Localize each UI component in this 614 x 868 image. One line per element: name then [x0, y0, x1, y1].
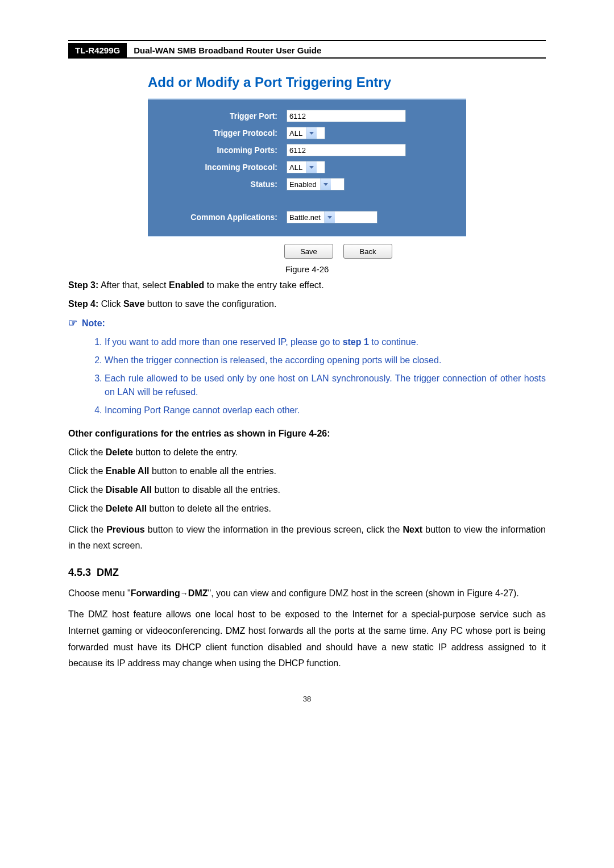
arrow-icon: → [180, 589, 188, 598]
trigger-protocol-select[interactable]: ALL [287, 127, 325, 139]
steps-block: Step 3: After that, select Enabled to ma… [68, 279, 546, 310]
step3-text-a: After that, select [98, 280, 169, 290]
incoming-protocol-select[interactable]: ALL [287, 161, 325, 173]
step3-text-b: to make the entry take effect. [204, 280, 323, 290]
incoming-ports-input[interactable] [287, 144, 406, 156]
incoming-protocol-label: Incoming Protocol: [158, 163, 287, 172]
figure-caption: Figure 4-26 [68, 264, 546, 274]
header-bar: TL-R4299G Dual-WAN SMB Broadband Router … [68, 43, 546, 59]
save-button[interactable]: Save [284, 244, 333, 259]
header-model: TL-R4299G [68, 43, 127, 57]
common-apps-select[interactable]: Battle.net [287, 211, 377, 223]
other-config-heading: Other configurations for the entries as … [68, 429, 546, 439]
screenshot-form: Trigger Port: Trigger Protocol: ALL Inco… [148, 98, 466, 237]
chevron-down-icon [306, 127, 317, 139]
screenshot-title: Add or Modify a Port Triggering Entry [148, 70, 466, 98]
step4-bold: Save [123, 299, 144, 309]
header-top-rule [68, 40, 546, 41]
back-button[interactable]: Back [343, 244, 392, 259]
trigger-protocol-label: Trigger Protocol: [158, 128, 287, 138]
step4-text-b: button to save the configuration. [144, 299, 276, 309]
screenshot-panel: Add or Modify a Port Triggering Entry Tr… [148, 70, 466, 259]
section-para-1: Choose menu "Forwarding→DMZ", you can vi… [68, 585, 546, 602]
other-config-lines: Click the Delete button to delete the en… [68, 445, 546, 554]
note-label: Note: [82, 318, 105, 329]
step3-bold: Enabled [169, 280, 204, 290]
chevron-down-icon [306, 161, 317, 173]
header-title: Dual-WAN SMB Broadband Router User Guide [127, 43, 328, 57]
status-value: Enabled [289, 180, 317, 189]
section-title: DMZ [97, 567, 119, 578]
status-label: Status: [158, 180, 287, 189]
step4-text-a: Click [98, 299, 123, 309]
section-heading: 4.5.3 DMZ [68, 567, 546, 579]
step3-label: Step 3: [68, 280, 98, 290]
pointing-hand-icon: ☞ [68, 317, 77, 329]
trigger-protocol-value: ALL [289, 129, 302, 138]
note-item-2: When the trigger connection is released,… [105, 354, 546, 367]
trigger-port-label: Trigger Port: [158, 111, 287, 121]
note-item-1: If you want to add more than one reserve… [105, 335, 546, 349]
step4-label: Step 4: [68, 299, 98, 309]
incoming-protocol-value: ALL [289, 163, 302, 172]
chevron-down-icon [324, 211, 335, 223]
note-item-4: Incoming Port Range cannot overlap each … [105, 404, 546, 417]
trigger-port-input[interactable] [287, 110, 406, 122]
note-header: ☞ Note: [68, 317, 546, 330]
note-list: If you want to add more than one reserve… [68, 335, 546, 417]
chevron-down-icon [320, 178, 331, 190]
screenshot-button-bar: Save Back [148, 244, 466, 259]
note-item-3: Each rule allowed to be used only by one… [105, 372, 546, 399]
page-number: 38 [68, 695, 546, 703]
section-para-2: The DMZ host feature allows one local ho… [68, 607, 546, 672]
common-apps-value: Battle.net [289, 213, 321, 222]
document-page: TL-R4299G Dual-WAN SMB Broadband Router … [0, 0, 614, 868]
incoming-ports-label: Incoming Ports: [158, 146, 287, 155]
status-select[interactable]: Enabled [287, 178, 345, 190]
common-apps-label: Common Applications: [158, 213, 287, 222]
section-number: 4.5.3 [68, 567, 91, 578]
